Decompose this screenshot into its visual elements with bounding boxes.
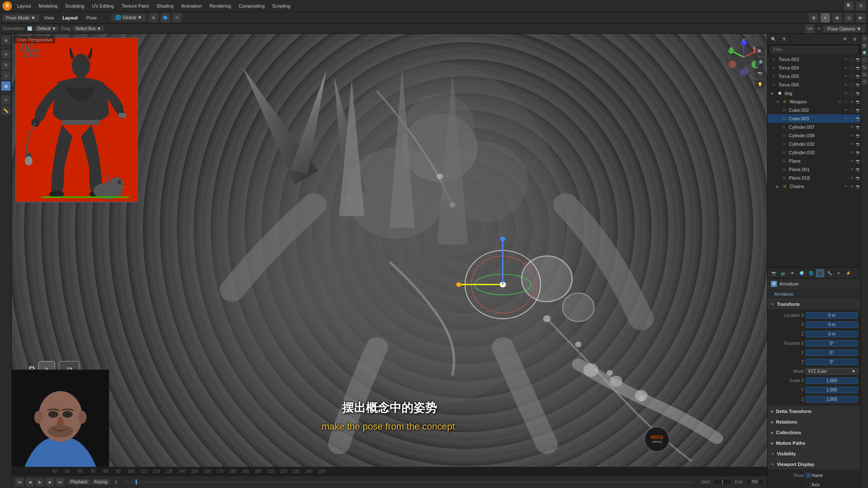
timeline-scrubber[interactable]: [124, 481, 694, 483]
playback-menu[interactable]: Playback: [68, 479, 90, 485]
cyl008-vis[interactable]: 👁: [849, 133, 854, 138]
far-right-btn1[interactable]: ⚙: [862, 36, 868, 42]
cyl007-render[interactable]: 📷: [855, 125, 860, 130]
outliner-item-torus004[interactable]: ○ Torus.004 👁 ◯ 📷: [768, 64, 860, 72]
motion-paths-section-header[interactable]: ▶ Motion Paths: [768, 438, 860, 448]
menu-scripting[interactable]: Scripting: [269, 3, 294, 9]
main-viewport[interactable]: DC DC: [12, 34, 767, 467]
torus006-render[interactable]: 📷: [855, 82, 860, 87]
outliner-item-cyl032[interactable]: ○ Cylinder.032 👁 📷: [768, 140, 860, 148]
menu-animation[interactable]: Animation: [178, 3, 206, 9]
outliner-item-cube003[interactable]: □ Cube.003 👁 ◯ 📷: [768, 114, 860, 123]
props-tab-render[interactable]: 📷: [769, 269, 778, 277]
dog-render[interactable]: 📷: [855, 91, 860, 96]
rot-z-value[interactable]: 0°: [806, 359, 858, 365]
outliner-item-weapon[interactable]: ▼ ⊞ Weapon 👁 ◯ ⛓ 📷: [768, 97, 860, 106]
outliner-item-cube002[interactable]: □ Cube.002 👁 ◯ 📷: [768, 106, 860, 114]
end-frame-input[interactable]: 250: [746, 479, 764, 485]
search-btn[interactable]: 🔍: [844, 1, 854, 11]
outliner-item-torus005[interactable]: ○ Torus.005 👁 ◯ 📷: [768, 72, 860, 80]
measure-tool[interactable]: 📏: [1, 106, 11, 115]
pose-options-btn[interactable]: Pose Options ▼: [823, 25, 865, 32]
plane001-render[interactable]: 📷: [855, 167, 860, 172]
props-tab-object[interactable]: ⬛: [816, 269, 824, 277]
torus005-sel[interactable]: ◯: [849, 74, 854, 79]
step-back-btn[interactable]: ◀: [25, 478, 34, 486]
cube002-vis[interactable]: 👁: [843, 108, 849, 113]
props-tab-scene[interactable]: 🌍: [797, 269, 806, 277]
chains-vis[interactable]: 👁: [843, 184, 849, 189]
proportional-toggle[interactable]: ⊙: [172, 13, 182, 22]
render-btn[interactable]: 💡: [755, 80, 765, 89]
cyl033-render[interactable]: 📷: [855, 150, 860, 155]
dog-vis[interactable]: 👁: [843, 91, 849, 96]
cyl033-vis[interactable]: 👁: [849, 150, 854, 155]
far-right-btn4[interactable]: ⬛: [862, 57, 868, 63]
props-tab-modifier[interactable]: 🔧: [825, 269, 834, 277]
cube003-sel[interactable]: ◯: [849, 116, 854, 121]
props-tab-world[interactable]: 🌐: [807, 269, 815, 277]
far-right-btn3[interactable]: 🌍: [862, 50, 868, 56]
scale-z-value[interactable]: 1.000: [806, 396, 858, 402]
outliner-item-chains[interactable]: ▶ ⊞ Chains 👁 ⛓ 📷: [768, 182, 860, 191]
torus005-vis[interactable]: 👁: [843, 74, 849, 79]
props-tab-output[interactable]: 📺: [779, 269, 787, 277]
far-right-btn5[interactable]: 🔧: [862, 64, 868, 70]
props-tab-particles[interactable]: ✦: [835, 269, 843, 277]
xr-toggle[interactable]: VR: [805, 24, 815, 33]
gizmo-toggle[interactable]: ⊕: [149, 13, 158, 22]
menu-rendering[interactable]: Rendering: [206, 3, 234, 9]
chains-constraints[interactable]: ⛓: [849, 184, 854, 189]
viewport-shading-render[interactable]: ◎: [844, 13, 854, 22]
outliner-item-plane018[interactable]: □ Plane.018 👁 📷: [768, 174, 860, 182]
outliner-item-cyl033[interactable]: ○ Cylinder.033 👁 📷: [768, 148, 860, 157]
global-selector[interactable]: 🌐 Global ▼: [111, 14, 146, 21]
cyl032-render[interactable]: 📷: [855, 141, 860, 147]
outliner-search-icon[interactable]: 🔍: [769, 35, 778, 44]
outliner-item-cyl007[interactable]: ○ Cylinder.007 👁 📷: [768, 123, 860, 131]
camera-btn[interactable]: 📷: [755, 69, 765, 78]
visibility-section-header[interactable]: ▼ Visibility: [768, 449, 860, 459]
outliner-item-plane[interactable]: □ Plane 👁 📷: [768, 157, 860, 165]
far-right-btn2[interactable]: 📷: [862, 43, 868, 49]
settings-btn[interactable]: ⚙: [856, 1, 865, 11]
weapon-sel[interactable]: ◯: [843, 99, 849, 104]
close-n-panel[interactable]: ✕: [817, 26, 821, 31]
cube003-render[interactable]: 📷: [855, 116, 860, 121]
menu-uv[interactable]: UV Editing: [89, 3, 117, 9]
plane-vis[interactable]: 👁: [849, 158, 854, 164]
weapon-vis[interactable]: 👁: [837, 99, 843, 104]
plane018-vis[interactable]: 👁: [849, 175, 854, 180]
loc-z-value[interactable]: 0 m: [806, 331, 858, 337]
plane018-render[interactable]: 📷: [855, 175, 860, 180]
far-right-btn6[interactable]: ⛓: [862, 72, 868, 78]
viewport-display-header[interactable]: ▼ Viewport Display: [768, 459, 860, 469]
scale-y-value[interactable]: 1.000: [806, 387, 858, 393]
torus003-sel[interactable]: ◯: [849, 57, 854, 62]
show-name-checkbox[interactable]: ✓: [806, 473, 811, 478]
torus005-render[interactable]: 📷: [855, 74, 860, 79]
props-tab-view[interactable]: 👁: [788, 269, 796, 277]
outliner-filter-icon[interactable]: ⚗: [779, 35, 788, 44]
mode-selector[interactable]: Pose Mode ▼: [3, 14, 39, 21]
torus004-vis[interactable]: 👁: [843, 65, 849, 70]
transform-section-header[interactable]: ▼ Transform: [768, 299, 860, 309]
snap-toggle[interactable]: 🔷: [161, 13, 170, 22]
cyl007-vis[interactable]: 👁: [849, 125, 854, 130]
zoom-in-btn[interactable]: 🔍: [755, 47, 765, 56]
collections-section-header[interactable]: ▶ Collections: [768, 427, 860, 438]
pose-menu[interactable]: Pose: [83, 14, 100, 21]
outliner-search-input[interactable]: [770, 46, 858, 53]
torus003-vis[interactable]: 👁: [843, 57, 849, 62]
annotate-tool[interactable]: ✏: [1, 95, 11, 105]
scale-x-value[interactable]: 1.000: [806, 377, 858, 384]
chains-render[interactable]: 📷: [855, 184, 860, 189]
start-frame-input[interactable]: 1: [713, 479, 732, 485]
loc-y-value[interactable]: 0 m: [806, 322, 858, 328]
mode-dropdown[interactable]: XYZ Euler ▼: [806, 368, 858, 374]
relations-section-header[interactable]: ▶ Relations: [768, 417, 860, 427]
menu-compositing[interactable]: Compositing: [235, 3, 268, 9]
viewport-shading-solid[interactable]: ●: [821, 13, 830, 22]
cyl008-render[interactable]: 📷: [855, 133, 860, 138]
props-tab-physics[interactable]: ⚡: [844, 269, 852, 277]
